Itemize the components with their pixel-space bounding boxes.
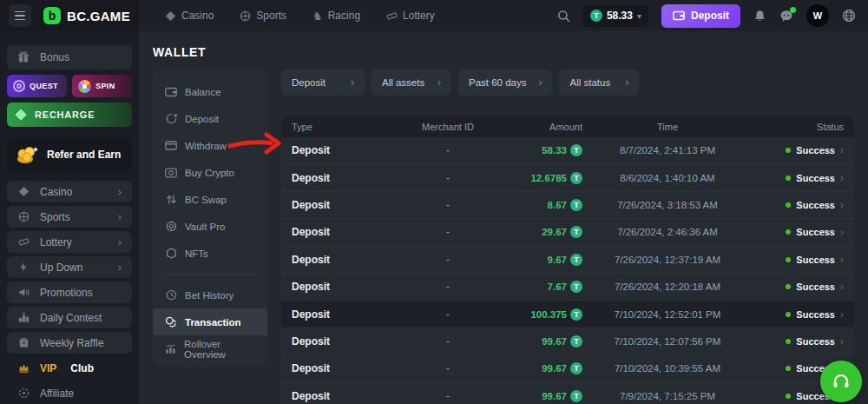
cell-amount: 99.67 T xyxy=(509,335,582,348)
topbar-left: b BC.GAME xyxy=(0,0,139,31)
avatar[interactable]: W xyxy=(806,4,829,27)
hexagon-icon xyxy=(165,248,177,259)
cell-merchant-id: - xyxy=(387,226,509,238)
cell-amount: 9.67 T xyxy=(509,254,582,266)
filter-assets[interactable]: All assets › xyxy=(372,70,451,96)
recharge-button[interactable]: RECHARGE xyxy=(7,103,132,127)
cell-merchant-id: - xyxy=(387,335,509,348)
wallet-menu-rollover-overview[interactable]: Rollover Overview xyxy=(153,335,267,362)
success-dot-icon xyxy=(786,339,791,344)
cell-time: 7/26/2024, 3:18:53 AM xyxy=(582,200,753,210)
chevron-right-icon: › xyxy=(118,185,122,198)
cell-type: Deposit xyxy=(292,144,387,156)
success-dot-icon xyxy=(786,176,791,181)
wallet-menu-balance[interactable]: Balance xyxy=(153,78,267,105)
support-button[interactable] xyxy=(820,361,862,402)
nav-sports[interactable]: Sports xyxy=(240,10,286,22)
wallet-menu-withdraw[interactable]: Withdraw xyxy=(153,132,267,159)
cell-time: 8/6/2024, 1:40:10 AM xyxy=(582,173,753,183)
sidebar-item-weekly-raffle[interactable]: Weekly Raffle xyxy=(7,332,132,354)
card-icon xyxy=(165,141,177,150)
notification-dot xyxy=(790,7,796,13)
cell-status[interactable]: Success › xyxy=(753,199,844,211)
wallet-icon xyxy=(165,87,177,97)
table-row[interactable]: Deposit - 8.67 T 7/26/2024, 3:18:53 AM xyxy=(281,192,854,219)
deposit-circle-icon xyxy=(165,113,177,124)
coins-icon xyxy=(165,316,177,328)
diamond-icon xyxy=(165,10,176,22)
menu-icon[interactable] xyxy=(9,4,31,27)
cell-merchant-id: - xyxy=(387,254,509,266)
table-row[interactable]: Deposit - 9.67 T 7/26/2024, 12:37:19 AM xyxy=(281,247,854,274)
transaction-content: Deposit › All assets › Past 60 days › xyxy=(281,70,854,404)
table-row[interactable]: Deposit - 99.67 T 7/10/2024, 12:07:56 PM xyxy=(281,328,854,355)
table-row[interactable]: Deposit - 100.375 T 7/10/2024, 12:52:01 … xyxy=(281,301,854,328)
table-row[interactable]: Deposit - 58.33 T 8/7/2024, 2:41:13 PM xyxy=(281,137,854,164)
top-nav: Casino Sports ♞ Racing Lottery xyxy=(165,10,435,22)
sidebar-item-up-down[interactable]: Up Down › xyxy=(7,256,132,278)
cell-time: 7/10/2024, 12:07:56 PM xyxy=(582,336,753,347)
cell-status[interactable]: Success › xyxy=(753,335,844,348)
filter-type[interactable]: Deposit › xyxy=(281,70,365,96)
wallet-menu-bet-history[interactable]: Bet History xyxy=(153,281,267,308)
table-row[interactable]: Deposit - 99.67 T 7/10/2024, 10:39:55 AM xyxy=(281,355,854,382)
cell-status[interactable]: Success › xyxy=(753,254,844,266)
bell-icon[interactable] xyxy=(753,10,766,23)
nav-lottery[interactable]: Lottery xyxy=(386,10,435,22)
cell-status[interactable]: Success › xyxy=(753,281,844,293)
balance-selector[interactable]: T 58.33 ▾ xyxy=(583,5,648,27)
sidebar-item-vip-club[interactable]: VIPClub xyxy=(7,357,132,379)
ticket-icon xyxy=(386,10,398,22)
wallet-menu-deposit[interactable]: Deposit xyxy=(153,105,267,132)
refer-and-earn-button[interactable]: Refer and Earn xyxy=(7,137,132,172)
cell-status[interactable]: Success › xyxy=(753,172,844,184)
filter-status[interactable]: All status › xyxy=(559,70,639,96)
wallet-menu-vault-pro[interactable]: Vault Pro xyxy=(153,213,267,240)
cell-status[interactable]: Success › xyxy=(753,308,844,321)
deposit-button[interactable]: Deposit xyxy=(661,4,740,28)
cell-status[interactable]: Success › xyxy=(753,226,844,238)
tether-coin-icon: T xyxy=(570,254,582,266)
chevron-right-icon: › xyxy=(351,76,354,89)
sidebar-item-lottery[interactable]: Lottery › xyxy=(7,231,132,253)
chevron-right-icon: › xyxy=(840,335,844,348)
sidebar-item-affiliate[interactable]: Affiliate xyxy=(7,382,132,404)
sidebar-item-daily-contest[interactable]: Daily Contest xyxy=(7,307,132,328)
spin-button[interactable]: SPIN xyxy=(72,75,132,97)
table-row[interactable]: Deposit - 12.6785 T 8/6/2024, 1:40:10 AM xyxy=(281,164,854,191)
gold-coins-icon xyxy=(14,143,40,166)
sidebar-item-casino[interactable]: Casino › xyxy=(7,181,132,202)
table-row[interactable]: Deposit - 99.67 T 7/9/2024, 7:15:25 PM xyxy=(281,383,854,404)
logo[interactable]: b BC.GAME xyxy=(43,7,130,24)
main-content: WALLET Balance Deposit Withdraw xyxy=(139,31,868,404)
chevron-right-icon: › xyxy=(840,254,844,266)
cell-amount: 100.375 T xyxy=(509,308,582,321)
success-dot-icon xyxy=(786,257,791,262)
chat-icon[interactable] xyxy=(779,10,793,23)
table-row[interactable]: Deposit - 7.67 T 7/26/2024, 12:20:18 AM xyxy=(281,274,854,301)
sidebar-item-bonus[interactable]: Bonus xyxy=(7,45,132,70)
bolt-icon xyxy=(17,262,30,273)
search-icon[interactable] xyxy=(557,10,570,23)
nav-casino[interactable]: Casino xyxy=(165,10,214,22)
sidebar-item-promotions[interactable]: Promotions xyxy=(7,281,132,303)
filter-period[interactable]: Past 60 days › xyxy=(458,70,552,96)
table-row[interactable]: Deposit - 29.67 T 7/26/2024, 2:46:36 AM xyxy=(281,219,854,246)
cell-merchant-id: - xyxy=(387,308,509,321)
cell-merchant-id: - xyxy=(387,281,509,293)
quest-button[interactable]: QUEST xyxy=(7,75,67,97)
wallet-menu-bc-swap[interactable]: BC Swap xyxy=(153,186,267,213)
wallet-menu-buy-crypto[interactable]: Buy Crypto xyxy=(153,159,267,186)
success-dot-icon xyxy=(786,229,791,235)
wallet-menu-nfts[interactable]: NFTs xyxy=(153,240,267,267)
page-title: WALLET xyxy=(153,45,854,59)
cell-status[interactable]: Success › xyxy=(753,144,844,156)
nav-racing[interactable]: ♞ Racing xyxy=(312,10,360,22)
globe-icon[interactable] xyxy=(842,9,856,23)
bcgame-wallet-page: b BC.GAME Casino Sports ♞ Racing Lottery xyxy=(0,0,868,404)
wallet-menu-transaction[interactable]: Transaction xyxy=(153,308,267,335)
chevron-right-icon: › xyxy=(118,210,122,223)
cell-type: Deposit xyxy=(292,335,387,348)
tether-coin-icon: T xyxy=(570,335,582,348)
sidebar-item-sports[interactable]: Sports › xyxy=(7,206,132,228)
